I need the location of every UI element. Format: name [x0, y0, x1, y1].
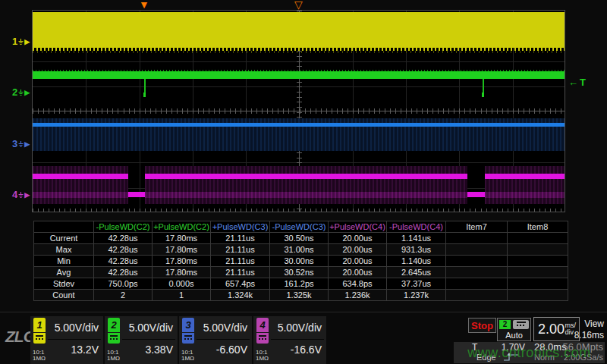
- measure-cell: 31.00ns: [270, 244, 329, 256]
- measure-cell: 30.52ns: [270, 267, 329, 278]
- view-value: 8.16ms: [574, 330, 604, 340]
- ch3-reference-marker[interactable]: 3 ▶: [12, 139, 32, 149]
- trigger-source-box[interactable]: 2 Auto: [497, 318, 531, 341]
- measure-column-header: Item8: [508, 221, 568, 233]
- channel4-probe: 10:11MΩ: [256, 350, 269, 362]
- measure-cell: [446, 244, 508, 256]
- measure-cell: 931.3us: [387, 244, 446, 256]
- measure-cell: [508, 278, 568, 290]
- channel1-coupling-icon[interactable]: [33, 333, 46, 344]
- measure-row-label: Stdev: [34, 278, 94, 290]
- ch4-reference-marker[interactable]: 4 ▶: [12, 190, 32, 200]
- channel3-panel[interactable]: 3 5.00V/div -6.60V 10:11MΩ: [179, 316, 252, 364]
- measure-column-header: [34, 221, 94, 233]
- timebase-box[interactable]: 2.00 ms/div: [533, 317, 580, 341]
- measure-cell: 37.37us: [387, 278, 446, 290]
- channel1-badge[interactable]: 1: [33, 318, 46, 332]
- measure-column-header: -PulseWD(C2): [94, 221, 153, 233]
- measure-column-header: +PulseWD(C2): [153, 221, 211, 233]
- measure-cell: 0.000s: [153, 278, 211, 290]
- ground-icon: [18, 39, 24, 46]
- measure-column-header: -PulseWD(C3): [270, 221, 329, 233]
- run-state-label: Stop: [471, 320, 493, 331]
- measure-cell: 42.28us: [94, 256, 153, 267]
- measure-cell: 17.80ms: [153, 256, 211, 267]
- ch4-marker-number: 4: [12, 190, 17, 200]
- measure-row: Count211.324k1.325k1.236k1.237k: [34, 290, 568, 301]
- measure-cell: [446, 233, 508, 244]
- channel1-panel[interactable]: 1 5.00V/div 13.2V 10:11MΩ: [30, 316, 103, 364]
- measure-cell: 20.00us: [329, 267, 387, 278]
- measure-cell: 42.28us: [94, 233, 153, 244]
- left-arrow-icon: ←: [568, 77, 580, 88]
- measure-cell: 161.2ps: [270, 278, 329, 290]
- ch4-pulse-low: [467, 192, 485, 197]
- measure-row: Max42.28us17.80ms21.11us31.00ns20.00us93…: [34, 244, 568, 256]
- watermark: www.cntronics.com: [454, 342, 605, 363]
- measure-cell: 30.00ns: [270, 256, 329, 267]
- trigger-level-marker[interactable]: ←T: [568, 77, 587, 88]
- channel1-offset: 13.2V: [71, 344, 99, 356]
- ch4-marker-arrow-icon: ▶: [24, 190, 30, 200]
- channel4-offset: -16.6V: [291, 344, 322, 356]
- measure-cell: 1.236k: [329, 290, 387, 301]
- measure-column-header: Item7: [446, 221, 508, 233]
- channel3-coupling-icon[interactable]: [182, 333, 194, 344]
- ground-icon: [18, 141, 24, 148]
- ch4-substripe: [33, 192, 128, 198]
- channel2-panel[interactable]: 2 5.00V/div 3.38V 10:11MΩ: [105, 316, 178, 364]
- channel2-badge[interactable]: 2: [108, 318, 120, 332]
- channel2-offset: 3.38V: [145, 344, 173, 356]
- ch1-reference-marker[interactable]: 1 ▶: [12, 36, 32, 47]
- ch2-spike-dot: [482, 93, 484, 97]
- trigger-mode-label: Auto: [498, 331, 530, 340]
- ground-icon: [18, 89, 24, 96]
- waveform-display[interactable]: [32, 10, 565, 212]
- center-position-marker-icon[interactable]: ▽: [294, 0, 303, 10]
- measure-cell: 20.00us: [329, 256, 387, 267]
- ch4-substripe: [145, 192, 467, 198]
- measure-cell: 1.140us: [387, 256, 446, 267]
- channel2-number: 2: [111, 319, 116, 331]
- run-stop-button[interactable]: Stop: [468, 318, 496, 333]
- measure-row: Current42.28us17.80ms21.11us30.50ns20.00…: [34, 233, 568, 244]
- channel1-probe: 10:11MΩ: [33, 350, 46, 362]
- measure-cell: 1.237k: [387, 290, 446, 301]
- view-label: View: [584, 318, 604, 329]
- trigger-level-letter: T: [580, 77, 587, 88]
- measure-cell: 750.0ps: [94, 278, 153, 290]
- ch3-trace: [33, 123, 565, 127]
- measure-cell: 17.80ms: [153, 267, 211, 278]
- ch2-marker-number: 2: [12, 87, 17, 98]
- trigger-position-marker-icon[interactable]: ▼: [139, 0, 149, 10]
- measure-column-header: +PulseWD(C3): [211, 221, 270, 233]
- measure-cell: [446, 267, 508, 278]
- channel2-coupling-icon[interactable]: [108, 333, 120, 344]
- ch3-marker-number: 3: [12, 139, 17, 149]
- ch1-noise: [33, 51, 565, 53]
- channel4-badge[interactable]: 4: [256, 318, 269, 332]
- measure-cell: 21.11us: [211, 267, 270, 278]
- measure-cell: 2.645us: [387, 267, 446, 278]
- channel4-panel[interactable]: 4 5.00V/div -16.6V 10:11MΩ: [253, 316, 326, 364]
- channel3-badge[interactable]: 3: [182, 318, 194, 332]
- measure-cell: 21.11us: [211, 233, 270, 244]
- measure-cell: [508, 267, 568, 278]
- measure-column-header: -PulseWD(C4): [387, 221, 446, 233]
- ch1-trace: [33, 12, 565, 48]
- channel3-offset: -6.60V: [216, 344, 247, 356]
- trigger-source-badge: 2: [499, 320, 511, 329]
- measure-row-label: Avg: [34, 267, 94, 278]
- measure-cell: 634.8ps: [329, 278, 387, 290]
- measurement-panel[interactable]: -PulseWD(C2)+PulseWD(C2)+PulseWD(C3)-Pul…: [33, 221, 568, 301]
- measure-cell: [508, 244, 568, 256]
- channel4-coupling-icon[interactable]: [256, 333, 269, 344]
- measure-cell: 1.325k: [270, 290, 329, 301]
- measure-row: Min42.28us17.80ms21.11us30.00ns20.00us1.…: [34, 256, 568, 267]
- status-bar: ZLG® 1 5.00V/div 13.2V 10:11MΩ 2 5.00V/d…: [0, 312, 607, 364]
- channel2-probe: 10:11MΩ: [107, 350, 120, 362]
- ch2-marker-arrow-icon: ▶: [24, 87, 30, 98]
- measure-cell: [508, 233, 568, 244]
- ch2-reference-marker[interactable]: 2 ▶: [12, 87, 32, 98]
- measure-cell: 30.50ns: [270, 233, 329, 244]
